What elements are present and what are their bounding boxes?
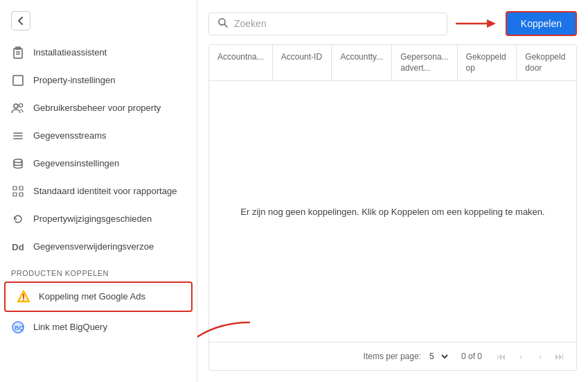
sidebar-item-gegevensinstellingen[interactable]: Gegevensinstellingen — [0, 150, 197, 177]
sidebar-item-gegevensstreams-label: Gegevensstreams — [33, 130, 107, 142]
svg-point-9 — [14, 159, 22, 163]
svg-rect-10 — [13, 186, 17, 190]
search-container — [208, 12, 447, 35]
sidebar-item-koppeling-google-ads-label: Koppeling met Google Ads — [39, 291, 145, 303]
svg-point-17 — [23, 299, 24, 301]
sidebar: Installatieassistent Property-instelling… — [0, 0, 197, 382]
svg-text:BQ: BQ — [15, 324, 24, 331]
people-icon — [11, 101, 25, 115]
sidebar-item-gegevensverwijdering[interactable]: Dd Gegevensverwijderingsverzoe — [0, 233, 197, 261]
sidebar-item-property-instellingen[interactable]: Property-instellingen — [0, 67, 197, 94]
sidebar-item-gegevensverwijdering-label: Gegevensverwijderingsverzoe — [33, 241, 154, 253]
section-title-producten-koppelen: PRODUCTEN KOPPELEN — [0, 261, 197, 280]
sidebar-item-installatieassistent[interactable]: Installatieassistent — [0, 39, 197, 67]
sidebar-item-gebruikersbeheer[interactable]: Gebruikersbeheer voor property — [0, 94, 197, 122]
table-footer: Items per page: 5 10 25 0 of 0 ⏮ ‹ › ⏭ — [209, 342, 576, 370]
svg-point-4 — [14, 104, 18, 108]
empty-message: Er zijn nog geen koppelingen. Klik op Ko… — [226, 193, 558, 231]
square-icon — [11, 73, 25, 87]
clipboard-icon — [11, 46, 25, 60]
svg-rect-11 — [19, 186, 23, 190]
sidebar-item-installatieassistent-label: Installatieassistent — [33, 47, 107, 59]
svg-rect-13 — [19, 193, 23, 196]
svg-rect-12 — [13, 193, 17, 196]
svg-rect-3 — [13, 76, 23, 85]
sidebar-item-property-instellingen-label: Property-instellingen — [33, 75, 116, 87]
arrow-right-icon — [456, 17, 497, 31]
table-header: Accountna... Account-ID Accountty... Gep… — [209, 45, 576, 81]
table-header-gekoppeld-op: Gekoppeld op — [458, 45, 517, 80]
bigquery-icon: BQ — [11, 320, 25, 334]
sidebar-item-gegevensstreams[interactable]: Gegevensstreams — [0, 122, 197, 150]
pagination-controls: ⏮ ‹ › ⏭ — [493, 348, 568, 365]
arrow-annotation — [456, 17, 497, 31]
svg-point-5 — [19, 104, 23, 107]
table-header-accounttype: Accountty... — [332, 45, 392, 80]
table-header-account-id: Account-ID — [273, 45, 332, 80]
svg-rect-0 — [14, 49, 22, 58]
dd-icon: Dd — [11, 240, 25, 254]
svg-line-22 — [224, 24, 227, 27]
svg-marker-24 — [487, 19, 496, 28]
items-per-page-select[interactable]: 5 10 25 — [427, 351, 450, 362]
sidebar-item-propertywijzigingsgeschieden[interactable]: Propertywijzigingsgeschieden — [0, 205, 197, 233]
table-body-empty: Er zijn nog geen koppelingen. Klik op Ko… — [209, 81, 576, 342]
database-icon — [11, 157, 25, 171]
search-icon — [217, 17, 229, 31]
table-header-accountnaam: Accountna... — [209, 45, 273, 80]
grid-icon — [11, 184, 25, 198]
sidebar-item-link-bigquery[interactable]: BQ Link met BigQuery — [0, 313, 197, 341]
sidebar-item-gebruikersbeheer-label: Gebruikersbeheer voor property — [33, 103, 161, 114]
sidebar-item-koppeling-google-ads[interactable]: Koppeling met Google Ads — [4, 281, 193, 312]
back-icon[interactable] — [11, 11, 30, 31]
table-header-gekoppeld-door: Gekoppeld door — [517, 45, 576, 80]
google-ads-icon — [17, 290, 30, 304]
streams-icon — [11, 129, 25, 143]
pagination-first-button[interactable]: ⏮ — [493, 348, 510, 365]
sidebar-item-propertywijzigingsgeschieden-label: Propertywijzigingsgeschieden — [33, 214, 152, 225]
table-header-gepersonaliseerde: Gepersona... advert... — [392, 45, 457, 80]
sidebar-item-standaard-identiteit-label: Standaard identiteit voor rapportage — [33, 186, 177, 198]
pagination-last-button[interactable]: ⏭ — [551, 348, 568, 365]
koppelen-button[interactable]: Koppelen — [506, 11, 577, 36]
main-header: Koppelen — [208, 11, 577, 36]
pagination-prev-button[interactable]: ‹ — [513, 348, 529, 365]
items-per-page: Items per page: 5 10 25 — [364, 351, 450, 362]
pagination-next-button[interactable]: › — [532, 348, 549, 365]
sidebar-item-link-bigquery-label: Link met BigQuery — [33, 322, 107, 333]
back-button[interactable] — [0, 6, 197, 36]
sidebar-item-standaard-identiteit[interactable]: Standaard identiteit voor rapportage — [0, 177, 197, 205]
app-container: Installatieassistent Property-instelling… — [0, 0, 588, 382]
history-icon — [11, 212, 25, 226]
arrow-left-annotation-icon — [197, 315, 264, 357]
pagination-info: 0 of 0 — [461, 351, 482, 361]
main-content: Koppelen Accountna... Account-ID Account… — [197, 0, 588, 382]
search-input[interactable] — [234, 18, 438, 29]
sidebar-item-gegevensinstellingen-label: Gegevensinstellingen — [33, 158, 119, 170]
items-per-page-label: Items per page: — [364, 351, 421, 361]
